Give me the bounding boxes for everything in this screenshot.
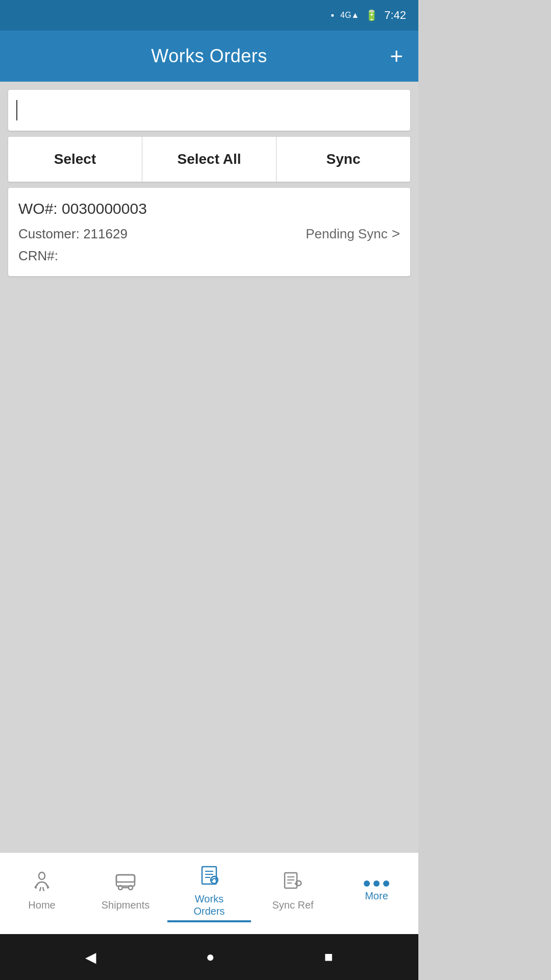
- work-order-customer: Customer: 211629: [18, 226, 128, 242]
- works-orders-label: WorksOrders: [193, 893, 224, 917]
- nav-item-home[interactable]: Home: [0, 866, 84, 916]
- shipments-label: Shipments: [102, 899, 150, 911]
- bottom-navigation: Home Shipments Wo: [0, 852, 418, 934]
- android-nav-bar: ◀ ● ■: [0, 934, 418, 980]
- add-work-order-button[interactable]: +: [390, 45, 403, 67]
- work-order-status: Pending Sync >: [306, 226, 400, 242]
- svg-point-7: [118, 886, 122, 890]
- sync-ref-label: Sync Ref: [272, 899, 313, 911]
- svg-point-0: [39, 872, 45, 879]
- nav-item-works-orders[interactable]: WorksOrders: [167, 860, 251, 922]
- status-bar: ▪ 4G▲ 🔋 7:42: [0, 0, 418, 31]
- action-buttons-row: Select Select All Sync: [8, 137, 410, 182]
- back-button[interactable]: ◀: [85, 949, 96, 966]
- works-orders-icon: [199, 865, 219, 890]
- battery-icon: 🔋: [365, 9, 378, 21]
- svg-line-3: [40, 887, 41, 891]
- work-order-details-row: Customer: 211629 Pending Sync >: [18, 226, 400, 242]
- page-title: Works Orders: [151, 45, 267, 67]
- nav-item-shipments[interactable]: Shipments: [84, 866, 167, 916]
- svg-point-8: [129, 886, 133, 890]
- sync-ref-icon: [282, 871, 304, 896]
- signal-indicator: 4G▲: [340, 11, 359, 20]
- home-label: Home: [28, 899, 55, 911]
- svg-rect-6: [116, 875, 135, 882]
- work-order-crn: CRN#:: [18, 248, 400, 264]
- select-button[interactable]: Select: [8, 137, 142, 182]
- time-display: 7:42: [384, 9, 406, 22]
- work-order-card[interactable]: WO#: 0030000003 Customer: 211629 Pending…: [8, 188, 410, 276]
- select-all-button[interactable]: Select All: [142, 137, 277, 182]
- notification-icon: ▪: [331, 10, 334, 21]
- svg-rect-5: [116, 875, 135, 886]
- svg-line-4: [43, 887, 44, 891]
- recents-button[interactable]: ■: [324, 949, 333, 965]
- work-order-number: WO#: 0030000003: [18, 200, 400, 217]
- sync-button[interactable]: Sync: [277, 137, 410, 182]
- search-cursor: [16, 100, 17, 120]
- content-area: Select Select All Sync WO#: 0030000003 C…: [0, 82, 418, 852]
- home-icon: [32, 871, 52, 896]
- chevron-right-icon: >: [392, 226, 400, 242]
- nav-item-more[interactable]: More: [335, 875, 418, 907]
- nav-item-sync-ref[interactable]: Sync Ref: [251, 866, 335, 916]
- svg-rect-10: [202, 867, 216, 884]
- search-box[interactable]: [8, 90, 410, 131]
- more-icon: [364, 880, 389, 887]
- active-indicator: [167, 920, 251, 922]
- header: Works Orders +: [0, 31, 418, 82]
- more-label: More: [365, 890, 388, 902]
- shipments-icon: [114, 871, 137, 896]
- home-button[interactable]: ●: [206, 949, 215, 965]
